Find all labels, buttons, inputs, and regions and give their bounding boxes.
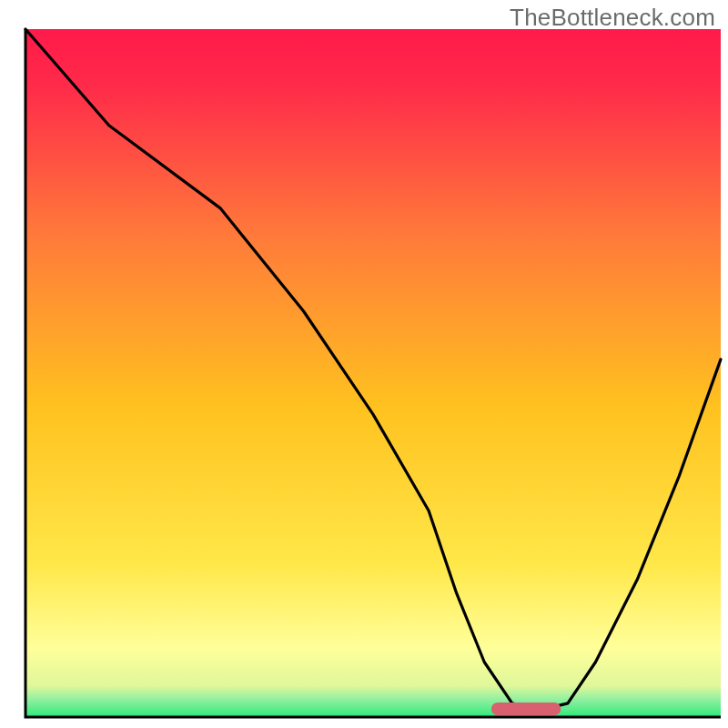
chart-container: TheBottleneck.com [0,0,728,728]
bottleneck-chart [0,0,728,728]
plot-background [25,29,721,717]
optimal-band-marker [491,703,561,715]
